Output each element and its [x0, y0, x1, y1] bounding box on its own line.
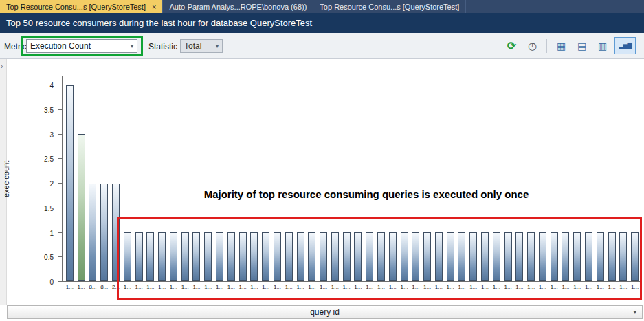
x-tick-label: 1...	[583, 284, 595, 290]
bar[interactable]	[204, 232, 212, 281]
x-tick-label: 1...	[595, 284, 606, 290]
x-tick-label: 1...	[513, 284, 525, 290]
bar-column	[502, 76, 514, 281]
bar[interactable]	[285, 232, 293, 281]
bar[interactable]	[297, 232, 304, 281]
bar[interactable]	[631, 232, 639, 281]
bar[interactable]	[124, 232, 131, 281]
bar[interactable]	[343, 232, 351, 281]
bar[interactable]	[250, 232, 258, 281]
bar[interactable]	[320, 232, 327, 281]
bar[interactable]	[192, 232, 200, 281]
bar-column	[318, 76, 329, 281]
bar[interactable]	[573, 232, 581, 281]
x-tick-label: 1...	[283, 284, 295, 290]
close-tab-icon[interactable]: ×	[152, 3, 156, 11]
bar[interactable]	[401, 232, 408, 281]
bar[interactable]	[170, 232, 177, 281]
x-tick-label: 1...	[306, 284, 318, 290]
split-rows-icon: ▤	[577, 41, 586, 51]
bar[interactable]	[412, 232, 419, 281]
x-axis-selector[interactable]: query id ▾	[7, 305, 643, 319]
bar[interactable]	[608, 232, 616, 281]
view-chart-button[interactable]: ▂▅▇	[614, 37, 636, 54]
bar-column	[525, 76, 537, 281]
bar[interactable]	[527, 232, 535, 281]
bar-column	[133, 76, 145, 281]
bar[interactable]	[158, 232, 166, 281]
tab-auto-param-analysis[interactable]: Auto-Param Analys...ROPE\bonova (68))	[163, 0, 313, 13]
tab-top-resource-consumers-1[interactable]: Top Resource Consu...s [QueryStoreTest] …	[0, 0, 163, 13]
bar[interactable]	[66, 85, 74, 281]
bar[interactable]	[216, 232, 223, 281]
bar[interactable]	[423, 232, 431, 281]
bar[interactable]	[100, 184, 108, 281]
statistic-dropdown[interactable]: Total ▾	[180, 39, 223, 53]
bar[interactable]	[539, 232, 546, 281]
bar[interactable]	[146, 232, 154, 281]
bar[interactable]	[551, 232, 558, 281]
bar[interactable]	[585, 232, 592, 281]
view-grid-button[interactable]: ▦	[553, 37, 570, 54]
x-tick-label: 1...	[249, 284, 260, 290]
bar-column	[537, 76, 548, 281]
bar[interactable]	[89, 184, 96, 281]
y-tick-label: 2.5	[44, 155, 54, 163]
bar-column	[491, 76, 502, 281]
x-tick-label: 1...	[179, 284, 191, 290]
bar-column	[64, 76, 76, 281]
bar[interactable]	[135, 232, 143, 281]
bar-selected[interactable]	[78, 134, 85, 281]
bar[interactable]	[435, 232, 443, 281]
bar[interactable]	[481, 232, 489, 281]
x-tick-label: 8...	[87, 284, 99, 290]
bar-column	[433, 76, 445, 281]
bar-column	[283, 76, 295, 281]
tab-top-resource-consumers-2[interactable]: Top Resource Consu...s [QueryStoreTest]	[313, 0, 466, 13]
x-tick-label: 1...	[271, 284, 283, 290]
bar[interactable]	[112, 184, 120, 281]
bar[interactable]	[366, 232, 373, 281]
bar[interactable]	[469, 232, 477, 281]
bar[interactable]	[458, 232, 465, 281]
bar[interactable]	[308, 232, 315, 281]
bar[interactable]	[354, 232, 362, 281]
bar[interactable]	[262, 232, 269, 281]
bar-column	[364, 76, 375, 281]
bar[interactable]	[504, 232, 512, 281]
bar[interactable]	[562, 232, 569, 281]
bar[interactable]	[389, 232, 397, 281]
chevron-down-icon: ▾	[131, 43, 133, 49]
x-tick-label: 1...	[364, 284, 375, 290]
metric-dropdown[interactable]: Execution Count ▾	[26, 39, 137, 53]
bar[interactable]	[619, 232, 627, 281]
bar[interactable]	[493, 232, 500, 281]
pane-layout-columns-button[interactable]: ▥	[594, 37, 611, 54]
view-title-bar: Top 50 resource consumers during the las…	[0, 13, 644, 33]
bar[interactable]	[331, 232, 339, 281]
bar-column	[329, 76, 341, 281]
bar[interactable]	[597, 232, 604, 281]
x-tick-label: 1...	[225, 284, 237, 290]
time-settings-button[interactable]: ◷	[524, 37, 541, 54]
bar[interactable]	[239, 232, 247, 281]
bar-column	[595, 76, 606, 281]
bar[interactable]	[181, 232, 189, 281]
x-tick-label: 1...	[156, 284, 168, 290]
statistic-label: Statistic	[148, 42, 177, 52]
x-tick-label: 1...	[456, 284, 468, 290]
refresh-button[interactable]: ⟳	[503, 37, 520, 54]
bar[interactable]	[515, 232, 523, 281]
bar[interactable]	[227, 232, 235, 281]
pane-layout-rows-button[interactable]: ▤	[573, 37, 590, 54]
bar[interactable]	[377, 232, 385, 281]
x-tick-label: 1...	[433, 284, 445, 290]
x-tick-label: 1...	[329, 284, 341, 290]
bar-column	[353, 76, 364, 281]
collapse-pane-button[interactable]: ›	[1, 63, 3, 70]
bar[interactable]	[447, 232, 454, 281]
bar[interactable]	[274, 232, 281, 281]
tab-label: Top Resource Consu...s [QueryStoreTest]	[6, 3, 146, 11]
x-tick-label: 1...	[353, 284, 364, 290]
bar-column	[618, 76, 630, 281]
